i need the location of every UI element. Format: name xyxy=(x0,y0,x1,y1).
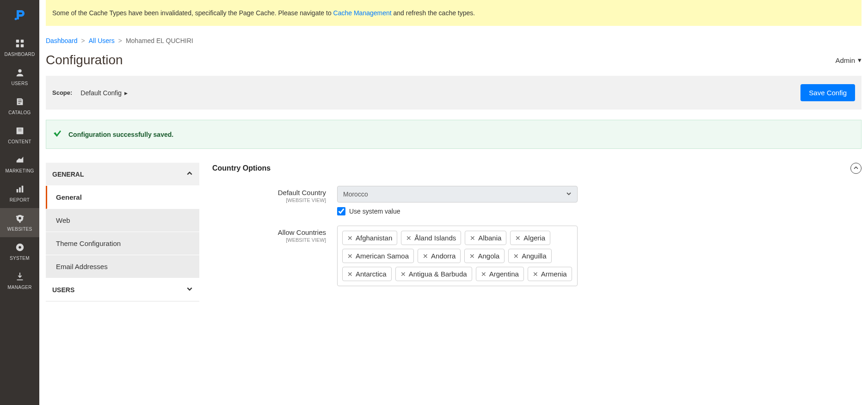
default-country-select[interactable]: Morocco xyxy=(337,186,578,202)
country-tag[interactable]: ✕Argentina xyxy=(476,267,524,281)
svg-point-5 xyxy=(18,69,21,73)
svg-point-12 xyxy=(16,216,18,218)
config-subitem-web[interactable]: Web xyxy=(46,209,199,232)
config-nav: GENERALGeneralWebTheme ConfigurationEmai… xyxy=(46,163,199,301)
country-tag-label: Åland Islands xyxy=(414,234,456,242)
svg-rect-1 xyxy=(16,40,18,43)
config-subitem-email-addresses[interactable]: Email Addresses xyxy=(46,255,199,278)
allow-countries-tags[interactable]: ✕Afghanistan✕Åland Islands✕Albania✕Alger… xyxy=(337,226,578,286)
country-tag[interactable]: ✕Armenia xyxy=(528,267,572,281)
sidebar-item-label: USERS xyxy=(12,81,28,86)
remove-tag-icon[interactable]: ✕ xyxy=(470,234,475,242)
marketing-icon xyxy=(14,154,25,166)
main-content: Some of the Cache Types have been invali… xyxy=(39,0,868,405)
config-subitem-general[interactable]: General xyxy=(46,186,199,209)
country-tag-label: Andorra xyxy=(431,252,456,260)
config-subitem-theme-configuration[interactable]: Theme Configuration xyxy=(46,232,199,255)
sidebar-item-label: SYSTEM xyxy=(10,256,30,261)
notice-suffix: and refresh the cache types. xyxy=(392,9,475,17)
sidebar-item-report[interactable]: REPORT xyxy=(0,179,39,208)
remove-tag-icon[interactable]: ✕ xyxy=(347,252,353,260)
svg-rect-8 xyxy=(19,187,21,192)
svg-point-13 xyxy=(22,216,24,218)
sidebar-item-label: CONTENT xyxy=(8,139,31,144)
users-icon xyxy=(14,67,25,78)
svg-rect-2 xyxy=(20,40,23,43)
sidebar-item-label: MARKETING xyxy=(5,168,34,173)
remove-tag-icon[interactable]: ✕ xyxy=(400,270,406,278)
remove-tag-icon[interactable]: ✕ xyxy=(515,234,521,242)
sidebar-item-label: WEBSITES xyxy=(7,227,32,232)
country-tag[interactable]: ✕Afghanistan xyxy=(342,231,397,245)
scope-value-text: Default Config xyxy=(80,89,122,97)
section-title: Country Options xyxy=(212,164,271,172)
country-tag[interactable]: ✕Antarctica xyxy=(342,267,392,281)
svg-point-0 xyxy=(14,18,17,20)
breadcrumb-separator: > xyxy=(81,37,85,44)
country-tag[interactable]: ✕Algeria xyxy=(510,231,550,245)
use-system-value-checkbox[interactable] xyxy=(337,207,345,215)
page-title: Configuration xyxy=(46,53,123,68)
allow-countries-field: Allow Countries [WEBSITE VIEW] ✕Afghanis… xyxy=(212,226,862,286)
scope-label: Scope: xyxy=(52,89,72,96)
sidebar-item-dashboard[interactable]: DASHBOARD xyxy=(0,33,39,62)
remove-tag-icon[interactable]: ✕ xyxy=(513,252,519,260)
country-tag-label: Anguilla xyxy=(522,252,546,260)
sidebar-item-manager[interactable]: MANAGER xyxy=(0,266,39,295)
country-tag-label: Antigua & Barbuda xyxy=(409,270,467,278)
caret-down-icon: ▾ xyxy=(858,56,862,64)
sidebar-item-label: CATALOG xyxy=(8,110,31,115)
breadcrumb-item: Mohamed EL QUCHIRI xyxy=(126,37,193,44)
caret-right-icon: ▸ xyxy=(124,89,128,97)
default-country-field: Default Country [WEBSITE VIEW] Morocco xyxy=(212,186,862,215)
breadcrumb-item[interactable]: Dashboard xyxy=(46,37,78,44)
admin-dropdown[interactable]: Admin ▾ xyxy=(835,56,862,64)
sidebar-item-label: REPORT xyxy=(10,197,30,202)
country-tag-label: Armenia xyxy=(541,270,567,278)
catalog-icon xyxy=(14,96,25,107)
sidebar-item-catalog[interactable]: CATALOG xyxy=(0,92,39,121)
country-tag[interactable]: ✕Åland Islands xyxy=(401,231,461,245)
default-country-label: Default Country xyxy=(278,189,326,196)
country-tag[interactable]: ✕Antigua & Barbuda xyxy=(395,267,472,281)
remove-tag-icon[interactable]: ✕ xyxy=(347,234,353,242)
success-icon xyxy=(53,129,62,140)
notice-prefix: Some of the Cache Types have been invali… xyxy=(52,9,333,17)
breadcrumb-item[interactable]: All Users xyxy=(89,37,115,44)
remove-tag-icon[interactable]: ✕ xyxy=(469,252,475,260)
country-tag[interactable]: ✕Andorra xyxy=(418,249,461,263)
remove-tag-icon[interactable]: ✕ xyxy=(406,234,412,242)
collapse-section-button[interactable] xyxy=(850,163,862,174)
config-section-general[interactable]: GENERAL xyxy=(46,163,199,186)
country-tag-label: Antarctica xyxy=(356,270,387,278)
cache-management-link[interactable]: Cache Management xyxy=(333,9,392,17)
remove-tag-icon[interactable]: ✕ xyxy=(533,270,538,278)
chevron-up-icon xyxy=(853,165,859,172)
svg-point-11 xyxy=(18,217,21,220)
country-tag-label: Angola xyxy=(478,252,499,260)
scope-selector[interactable]: Default Config ▸ xyxy=(80,89,128,97)
sidebar-item-content[interactable]: CONTENT xyxy=(0,121,39,150)
remove-tag-icon[interactable]: ✕ xyxy=(347,270,353,278)
remove-tag-icon[interactable]: ✕ xyxy=(481,270,486,278)
svg-point-16 xyxy=(18,246,21,249)
sidebar-item-websites[interactable]: WEBSITES xyxy=(0,208,39,237)
config-section-label: USERS xyxy=(52,286,74,294)
sidebar-item-marketing[interactable]: MARKETING xyxy=(0,150,39,179)
sidebar-item-system[interactable]: SYSTEM xyxy=(0,237,39,266)
country-tag[interactable]: ✕Angola xyxy=(464,249,505,263)
config-form: Country Options Default Country [WEBSITE… xyxy=(212,163,862,301)
remove-tag-icon[interactable]: ✕ xyxy=(423,252,428,260)
svg-rect-7 xyxy=(16,189,18,192)
success-message: Configuration successfully saved. xyxy=(46,120,862,149)
config-section-users[interactable]: USERS xyxy=(46,278,199,301)
svg-point-14 xyxy=(19,221,21,223)
country-tag[interactable]: ✕Albania xyxy=(465,231,506,245)
country-tag[interactable]: ✕Anguilla xyxy=(508,249,551,263)
logo-icon xyxy=(13,8,27,25)
sidebar-item-users[interactable]: USERS xyxy=(0,62,39,92)
cache-notice: Some of the Cache Types have been invali… xyxy=(46,0,862,26)
country-tag[interactable]: ✕American Samoa xyxy=(342,249,414,263)
use-system-value-label: Use system value xyxy=(349,208,400,215)
save-config-button[interactable]: Save Config xyxy=(800,84,855,101)
